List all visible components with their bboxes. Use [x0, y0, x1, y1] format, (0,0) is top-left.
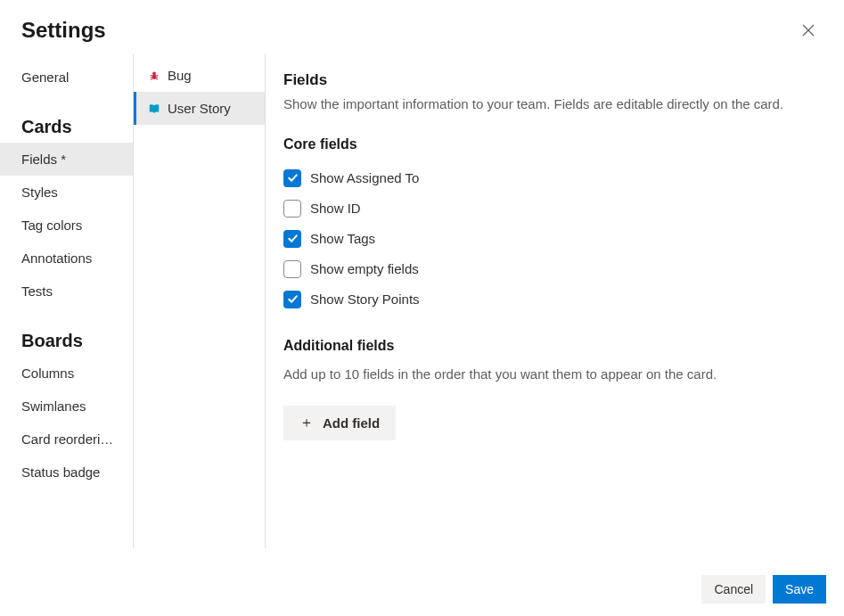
close-button[interactable] [796, 18, 821, 43]
plus-icon: ＋ [299, 414, 314, 432]
check-icon [287, 233, 299, 244]
checkbox-row-show-id: Show ID [283, 193, 823, 224]
nav-item-tests[interactable]: Tests [0, 275, 133, 308]
nav-item-general[interactable]: General [0, 61, 133, 94]
fields-section-desc: Show the important information to your t… [283, 94, 823, 115]
checkbox-assigned-to[interactable] [283, 169, 301, 187]
work-item-type-nav: Bug User Story [134, 53, 266, 548]
checkbox-label: Show Story Points [310, 292, 420, 307]
nav-heading-boards: Boards [0, 308, 133, 357]
checkbox-row-show-story-points: Show Story Points [283, 284, 823, 315]
checkbox-show-story-points[interactable] [283, 291, 301, 308]
nav-item-status-badge[interactable]: Status badge [0, 456, 133, 489]
core-fields-title: Core fields [283, 136, 823, 152]
main-content: Fields Show the important information to… [266, 53, 844, 548]
dialog-footer: Cancel Save [0, 564, 844, 616]
type-item-bug[interactable]: Bug [134, 59, 265, 92]
additional-fields-desc: Add up to 10 fields in the order that yo… [283, 365, 823, 385]
check-icon [287, 293, 299, 305]
additional-fields-title: Additional fields [283, 338, 823, 354]
type-item-user-story[interactable]: User Story [134, 92, 265, 125]
close-icon [801, 23, 815, 37]
nav-item-columns[interactable]: Columns [0, 357, 133, 390]
nav-heading-cards: Cards [0, 94, 133, 143]
nav-item-card-reordering[interactable]: Card reorderi… [0, 423, 133, 456]
settings-nav: General Cards Fields * Styles Tag colors… [0, 53, 134, 548]
checkbox-row-show-tags: Show Tags [283, 224, 823, 254]
save-button[interactable]: Save [773, 575, 826, 604]
nav-item-fields[interactable]: Fields * [0, 143, 133, 176]
checkbox-row-show-empty-fields: Show empty fields [283, 254, 823, 284]
type-item-label: User Story [168, 101, 231, 116]
checkbox-label: Show empty fields [310, 261, 419, 276]
check-icon [287, 172, 299, 184]
checkbox-show-empty-fields[interactable] [283, 260, 301, 278]
checkbox-label: Show Tags [310, 231, 375, 246]
checkbox-show-id[interactable] [283, 200, 301, 218]
type-item-label: Bug [168, 68, 192, 83]
book-icon [148, 103, 160, 115]
add-field-button[interactable]: ＋ Add field [283, 406, 396, 440]
checkbox-show-tags[interactable] [283, 230, 301, 248]
svg-rect-1 [152, 74, 157, 78]
add-field-label: Add field [323, 415, 380, 431]
fields-section-title: Fields [283, 71, 823, 89]
bug-icon [148, 70, 160, 82]
cancel-button[interactable]: Cancel [701, 575, 766, 604]
checkbox-label: Show Assigned To [310, 170, 419, 185]
nav-item-annotations[interactable]: Annotations [0, 242, 133, 275]
nav-item-styles[interactable]: Styles [0, 176, 133, 209]
checkbox-row-assigned-to: Show Assigned To [283, 163, 823, 193]
core-fields-list: Show Assigned To Show ID Show Tags Show … [283, 163, 823, 315]
nav-item-tag-colors[interactable]: Tag colors [0, 209, 133, 242]
nav-item-swimlanes[interactable]: Swimlanes [0, 390, 133, 423]
checkbox-label: Show ID [310, 201, 361, 216]
page-title: Settings [21, 18, 106, 43]
